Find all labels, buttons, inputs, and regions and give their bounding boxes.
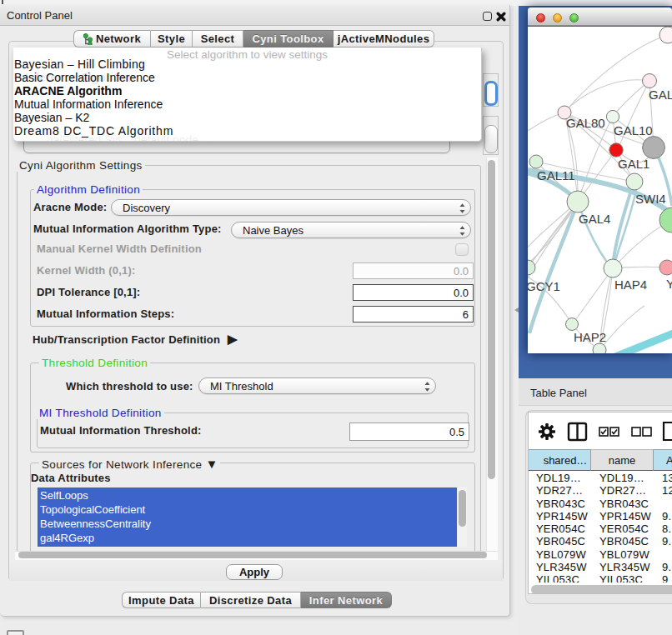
svg-text:GAL80: GAL80	[566, 116, 605, 130]
svg-text:HAP4: HAP4	[614, 278, 647, 292]
svg-text:Y: Y	[666, 277, 672, 291]
svg-text:GAL1: GAL1	[618, 157, 649, 171]
svg-text:HAP2: HAP2	[574, 330, 606, 344]
svg-text:GAL2: GAL2	[649, 88, 672, 102]
svg-text:GAL4: GAL4	[579, 212, 610, 226]
svg-text:SWI4: SWI4	[635, 192, 666, 206]
svg-text:GAL10: GAL10	[614, 123, 653, 138]
svg-text:GAL11: GAL11	[537, 168, 575, 182]
svg-text:GCY1: GCY1	[528, 279, 560, 293]
